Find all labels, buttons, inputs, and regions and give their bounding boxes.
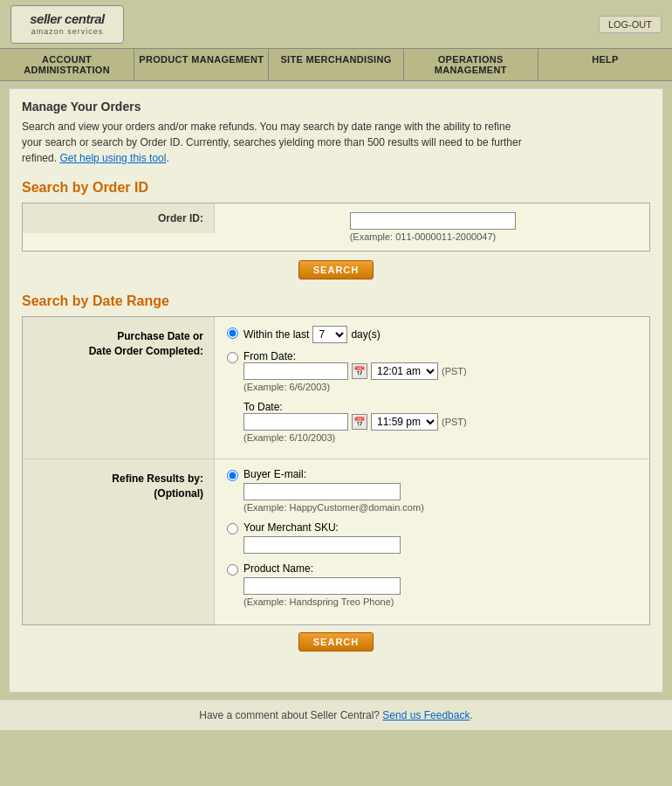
merchant-sku-label: Your Merchant SKU: [243,521,401,534]
buyer-email-row: Buyer E-mail: (Example: HappyCustomer@do… [227,468,637,513]
search-order-id-button-wrap: SEARCH [22,260,650,279]
order-id-form: Order ID: (Example: 011-0000011-2000047) [22,203,650,252]
refine-label: Refine Results by: (Optional) [33,472,203,501]
header: seller central amazon services LOG-OUT [0,0,672,48]
footer-period: . [470,709,472,721]
section-header-daterange: Search by Date Range [22,293,650,309]
product-name-content: Product Name: (Example: Handspring Treo … [243,562,401,607]
desc-line2: your search or search by Order ID. Curre… [22,136,522,148]
feedback-link[interactable]: Send us Feedback [382,709,470,721]
to-time-select[interactable]: 11:59 pm 11:30 pm 11:00 pm [371,413,438,431]
logo-area: seller central amazon services [10,5,124,44]
logout-button[interactable]: LOG-OUT [599,16,662,33]
within-last-select[interactable]: 7 14 21 30 [312,326,347,343]
desc-line1: Search and view your orders and/or make … [22,121,511,133]
purchase-date-label: Purchase Date or Date Order Completed: [33,329,203,359]
buyer-email-example: (Example: HappyCustomer@domain.com) [243,502,424,513]
from-date-example: (Example: 6/6/2003) [243,382,467,392]
section-header-orderid: Search by Order ID [22,180,650,196]
product-name-label: Product Name: [243,562,401,575]
to-date-example: (Example: 6/10/2003) [243,432,467,443]
buyer-email-label: Buyer E-mail: [243,468,424,480]
footer: Have a comment about Seller Central? Sen… [0,700,672,730]
merchant-sku-radio[interactable] [227,523,238,534]
desc-line3: refined. [22,152,57,164]
nav-item-site[interactable]: SITE MERCHANDISING [269,49,403,80]
merchant-sku-row: Your Merchant SKU: [227,521,637,554]
within-last-prefix: Within the last [243,328,309,341]
logo-box: seller central amazon services [10,5,124,44]
refine-label-cell: Refine Results by: (Optional) [23,458,215,624]
purchase-date-label-cell: Purchase Date or Date Order Completed: [23,317,215,458]
product-name-radio[interactable] [227,564,238,576]
order-id-example: (Example: 011-0000011-2000047) [350,231,637,242]
nav-item-help[interactable]: HELP [538,49,672,80]
from-pst-label: (PST) [442,366,467,376]
navigation: ACCOUNT ADMINISTRATION PRODUCT MANAGEMEN… [0,48,672,81]
from-time-select[interactable]: 12:01 am 12:30 am 1:00 am [371,362,438,380]
from-date-row: From Date: 📅 12:01 am 12:30 am 1:00 am (… [227,350,637,443]
refine-content-cell: Buyer E-mail: (Example: HappyCustomer@do… [215,458,649,624]
to-date-input[interactable] [243,413,348,431]
to-pst-label: (PST) [442,417,467,427]
footer-text: Have a comment about Seller Central? [199,709,380,721]
logo-sub: amazon services [31,27,104,36]
from-date-label: From Date: [243,350,467,362]
logo-text: seller central [30,12,105,25]
within-last-row: Within the last 7 14 21 30 day(s) [227,326,637,343]
buyer-email-input[interactable] [243,483,401,500]
purchase-date-content-cell: Within the last 7 14 21 30 day(s) [215,317,649,458]
to-date-calendar-icon[interactable]: 📅 [352,414,367,430]
from-date-radio[interactable] [227,352,238,363]
to-date-section: To Date: 📅 11:59 pm 11:30 pm 11:00 pm (P… [243,401,467,443]
from-date-input[interactable] [243,362,348,380]
within-last-suffix: day(s) [351,328,380,341]
within-last-radio[interactable] [227,328,238,339]
nav-item-account[interactable]: ACCOUNT ADMINISTRATION [0,49,134,80]
help-period: . [166,152,168,164]
from-date-input-row: 📅 12:01 am 12:30 am 1:00 am (PST) [243,362,467,380]
from-date-calendar-icon[interactable]: 📅 [352,363,367,379]
search-date-range-button-wrap: SEarCH [22,632,650,652]
order-id-label: Order ID: [23,203,215,233]
from-date-content: From Date: 📅 12:01 am 12:30 am 1:00 am (… [243,350,467,443]
help-link[interactable]: Get help using this tool [59,152,166,164]
nav-item-product[interactable]: PRODUCT MANAGEMENT [134,49,269,80]
merchant-sku-input[interactable] [243,536,401,554]
nav-item-operations[interactable]: OPERATIONS MANAGEMENT [404,49,538,80]
merchant-sku-content: Your Merchant SKU: [243,521,401,554]
page-description: Search and view your orders and/or make … [22,119,650,166]
search-order-id-button[interactable]: SEARCH [298,260,374,279]
product-name-row: Product Name: (Example: Handspring Treo … [227,562,637,607]
order-id-input[interactable] [350,212,516,230]
order-id-input-cell: (Example: 011-0000011-2000047) [338,203,649,251]
product-name-example: (Example: Handspring Treo Phone) [243,596,401,607]
to-date-label: To Date: [243,401,467,413]
buyer-email-radio[interactable] [227,470,238,481]
date-range-form: Purchase Date or Date Order Completed: W… [22,316,650,625]
to-date-input-row: 📅 11:59 pm 11:30 pm 11:00 pm (PST) [243,413,467,431]
within-last-wrap: Within the last 7 14 21 30 day(s) [243,326,381,343]
buyer-email-content: Buyer E-mail: (Example: HappyCustomer@do… [243,468,424,513]
page-title: Manage Your Orders [22,100,650,114]
main-content: Manage Your Orders Search and view your … [9,88,663,693]
search-date-range-button[interactable]: SEarCH [298,632,374,652]
product-name-input[interactable] [243,577,401,595]
